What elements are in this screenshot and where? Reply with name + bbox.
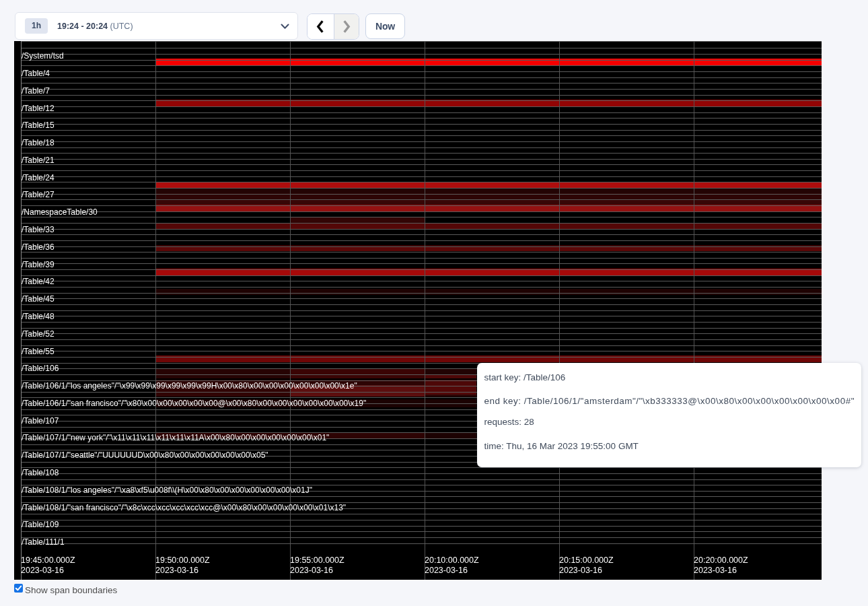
svg-text:/Table/108/1/"los angeles"/"\x: /Table/108/1/"los angeles"/"\xa8\xf5\u00… <box>22 485 312 495</box>
svg-text:/Table/4: /Table/4 <box>22 69 50 78</box>
svg-text:/System/tsd: /System/tsd <box>22 51 64 61</box>
svg-text:/Table/107/1/"new york"/"\x11\: /Table/107/1/"new york"/"\x11\x11\x11\x1… <box>22 433 329 442</box>
svg-text:/Table/108/1/"san francisco"/": /Table/108/1/"san francisco"/"\x8c\xcc\x… <box>22 503 346 512</box>
svg-text:/NamespaceTable/30: /NamespaceTable/30 <box>22 207 98 217</box>
svg-text:/Table/15: /Table/15 <box>22 121 55 130</box>
svg-text:/Table/18: /Table/18 <box>22 138 55 147</box>
svg-text:/Table/21: /Table/21 <box>22 156 55 165</box>
svg-text:19:45:00.000Z: 19:45:00.000Z <box>21 556 75 565</box>
svg-text:/Table/107/1/"seattle"/"UUUUUU: /Table/107/1/"seattle"/"UUUUUUD\x00\x80\… <box>22 450 268 460</box>
svg-text:2023-03-16: 2023-03-16 <box>694 566 737 575</box>
svg-text:/Table/106/1/"los angeles"/"\x: /Table/106/1/"los angeles"/"\x99\x99\x99… <box>22 381 357 391</box>
svg-text:20:20:00.000Z: 20:20:00.000Z <box>694 556 748 565</box>
svg-text:/Table/33: /Table/33 <box>22 225 55 234</box>
svg-text:/Table/12: /Table/12 <box>22 104 55 113</box>
svg-text:/Table/52: /Table/52 <box>22 329 55 339</box>
svg-text:/Table/109: /Table/109 <box>22 520 59 529</box>
svg-text:2023-03-16: 2023-03-16 <box>155 566 198 575</box>
svg-text:2023-03-16: 2023-03-16 <box>21 566 64 575</box>
svg-text:20:10:00.000Z: 20:10:00.000Z <box>425 556 479 565</box>
svg-text:/Table/108: /Table/108 <box>22 468 59 477</box>
svg-text:/Table/36: /Table/36 <box>22 242 55 252</box>
svg-text:2023-03-16: 2023-03-16 <box>559 566 602 575</box>
svg-text:/Table/106: /Table/106 <box>22 364 59 373</box>
svg-text:/Table/107: /Table/107 <box>22 416 59 426</box>
svg-text:19:55:00.000Z: 19:55:00.000Z <box>290 556 345 565</box>
svg-text:/Table/111/1: /Table/111/1 <box>22 537 65 547</box>
svg-text:/Table/48: /Table/48 <box>22 312 55 321</box>
svg-text:/Table/24: /Table/24 <box>22 173 55 182</box>
svg-text:2023-03-16: 2023-03-16 <box>425 566 468 575</box>
svg-text:/Table/45: /Table/45 <box>22 294 55 304</box>
svg-text:/Table/7: /Table/7 <box>22 86 50 96</box>
svg-text:20:15:00.000Z: 20:15:00.000Z <box>559 556 614 565</box>
svg-text:2023-03-16: 2023-03-16 <box>290 566 333 575</box>
svg-text:/Table/27: /Table/27 <box>22 190 55 199</box>
svg-text:/Table/55: /Table/55 <box>22 347 55 356</box>
svg-text:19:50:00.000Z: 19:50:00.000Z <box>155 556 210 565</box>
svg-text:/Table/39: /Table/39 <box>22 260 55 269</box>
svg-text:/Table/106/1/"san francisco"/": /Table/106/1/"san francisco"/"\x80\x00\x… <box>22 399 366 408</box>
svg-text:/Table/42: /Table/42 <box>22 277 55 286</box>
